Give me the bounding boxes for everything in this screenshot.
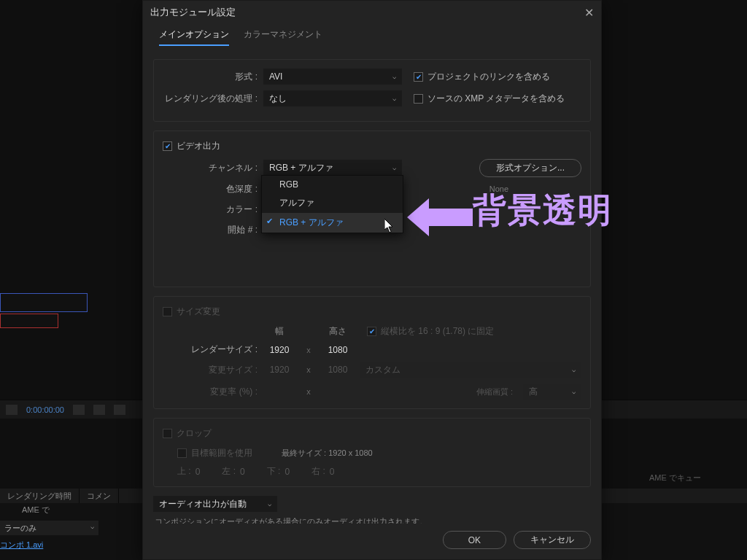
dialog-footer: OK キャンセル: [143, 524, 601, 559]
chevron-down-icon: ⌵: [572, 366, 576, 373]
dialog-title: 出力モジュール設定: [150, 6, 236, 19]
audio-output-select[interactable]: オーディオ出力が自動 ⌵: [153, 496, 277, 512]
ok-button[interactable]: OK: [443, 531, 506, 549]
bg-red-box: [0, 314, 58, 328]
video-output-label: ビデオ出力: [177, 140, 220, 152]
resize-preset-select[interactable]: カスタム ⌵: [360, 362, 581, 378]
col-comment: コメン: [80, 489, 119, 503]
height-header: 高さ: [316, 325, 360, 338]
resize-checkbox[interactable]: サイズ変更: [163, 306, 220, 318]
dropdown-item-rgb-alpha-label: RGB + アルファ: [279, 217, 344, 228]
postprocess-select[interactable]: なし ⌵: [263, 90, 402, 106]
chevron-down-icon: ⌵: [572, 388, 576, 395]
render-size-label: レンダーサイズ :: [163, 343, 258, 356]
dropdown-item-alpha[interactable]: アルファ: [262, 193, 403, 213]
change-size-label: 変更サイズ :: [163, 364, 258, 376]
bg-ame-cue: AME でキュー: [649, 472, 701, 483]
video-format-options-button[interactable]: 形式オプション...: [479, 159, 581, 177]
stretch-quality-value: 高: [529, 386, 538, 398]
change-pct-label: 変更率 (%) :: [163, 386, 258, 398]
postprocess-label: レンダリング後の処理 :: [163, 93, 258, 105]
bg-errors-dropdown[interactable]: ラーのみ ⌵: [0, 521, 98, 535]
channel-select[interactable]: RGB + アルファ ⌵: [263, 160, 402, 176]
include-xmp-checkbox[interactable]: ソースの XMP メタデータを含める: [414, 93, 565, 105]
crop-bottom-value[interactable]: 0: [285, 467, 290, 477]
start-number-label: 開始 # :: [163, 224, 258, 236]
use-roi-label: 目標範囲を使用: [191, 447, 252, 459]
depth-label: 色深度 :: [163, 183, 258, 195]
resize-label: サイズ変更: [177, 306, 220, 318]
change-width: 1920: [258, 365, 301, 375]
format-section: 形式 : AVI ⌵ ✔ プロジェクトのリンクを含める レンダリング後の処理 :…: [153, 59, 591, 122]
close-icon[interactable]: ✕: [584, 6, 594, 20]
audio-note: コンポジションにオーディオがある場合にのみオーディオは出力されます。: [155, 516, 591, 524]
palette-icon: [114, 405, 125, 415]
use-roi-checkbox[interactable]: 目標範囲を使用: [177, 447, 252, 459]
tab-bar: メインオプション カラーマネジメント: [143, 24, 601, 46]
row-ame: AME で: [15, 503, 57, 518]
render-width: 1920: [258, 345, 301, 355]
format-select[interactable]: AVI ⌵: [263, 69, 402, 85]
trash-icon: [93, 405, 105, 415]
chevron-down-icon: ⌵: [90, 523, 94, 533]
stopwatch-icon: [6, 405, 18, 415]
cursor-icon: [384, 219, 395, 233]
postprocess-value: なし: [269, 93, 287, 105]
bg-errors-label: ラーのみ: [4, 523, 36, 533]
x-separator: x: [301, 365, 316, 374]
bg-output-link[interactable]: コンポ 1.avi: [0, 540, 43, 551]
include-link-label: プロジェクトのリンクを含める: [427, 71, 550, 83]
crop-bottom-label: 下 :: [267, 465, 281, 478]
resize-preset-value: カスタム: [365, 364, 400, 376]
stretch-quality-select[interactable]: 高 ⌵: [523, 384, 581, 400]
crop-right-label: 右 :: [311, 465, 325, 478]
color-label: カラー :: [163, 203, 258, 216]
crop-left-label: 左 :: [222, 465, 236, 478]
stretch-quality-label: 伸縮画質 :: [476, 386, 513, 397]
crop-section: クロップ 目標範囲を使用 最終サイズ : 1920 x 1080 上 :0 左 …: [153, 418, 591, 487]
lock-ratio-label: 縦横比を 16 : 9 (1.78) に固定: [381, 325, 494, 338]
tab-main-options[interactable]: メインオプション: [159, 28, 229, 46]
include-project-link-checkbox[interactable]: ✔ プロジェクトのリンクを含める: [414, 71, 550, 83]
channel-dropdown-menu: RGB アルファ ✔ RGB + アルファ: [261, 175, 403, 233]
camera-icon: [73, 405, 85, 415]
crop-top-label: 上 :: [177, 465, 191, 478]
format-value: AVI: [269, 71, 282, 82]
dropdown-item-rgb-alpha[interactable]: ✔ RGB + アルファ: [262, 213, 403, 233]
format-label: 形式 :: [163, 71, 258, 83]
crop-label: クロップ: [177, 427, 212, 440]
video-output-checkbox[interactable]: ✔ ビデオ出力: [163, 140, 220, 152]
chevron-down-icon: ⌵: [392, 73, 396, 80]
crop-top-value[interactable]: 0: [196, 467, 201, 477]
timecode: 0:00:00:00: [26, 405, 64, 414]
change-height: 1080: [316, 365, 360, 375]
audio-output-value: オーディオ出力が自動: [159, 498, 247, 510]
col-render-time: レンダリング時間: [0, 489, 80, 503]
crop-left-value[interactable]: 0: [240, 467, 245, 477]
cancel-button[interactable]: キャンセル: [514, 531, 591, 549]
lock-ratio-checkbox[interactable]: ✔ 縦横比を 16 : 9 (1.78) に固定: [367, 325, 581, 338]
include-xmp-label: ソースの XMP メタデータを含める: [427, 93, 565, 105]
bg-blue-box: [0, 293, 88, 312]
channel-label: チャンネル :: [163, 162, 258, 174]
tab-color-management[interactable]: カラーマネジメント: [244, 28, 322, 46]
chevron-down-icon: ⌵: [392, 164, 396, 171]
channel-value: RGB + アルファ: [269, 162, 333, 174]
check-icon: ✔: [266, 217, 273, 226]
x-separator: x: [301, 346, 316, 354]
chevron-down-icon: ⌵: [268, 500, 271, 508]
output-module-settings-dialog: 出力モジュール設定 ✕ メインオプション カラーマネジメント 形式 : AVI …: [142, 0, 602, 560]
dropdown-item-rgb[interactable]: RGB: [262, 176, 403, 193]
crop-right-value[interactable]: 0: [330, 467, 335, 477]
x-separator: x: [301, 387, 316, 396]
annotation-arrow-icon: [407, 195, 473, 239]
resize-section: サイズ変更 幅 高さ ✔ 縦横比を 16 : 9 (1.78) に固定 レンダー…: [153, 296, 591, 409]
chevron-down-icon: ⌵: [392, 95, 396, 102]
width-header: 幅: [258, 325, 301, 338]
title-bar: 出力モジュール設定 ✕: [143, 1, 601, 24]
crop-checkbox[interactable]: クロップ: [163, 427, 212, 440]
final-size-text: 最終サイズ : 1920 x 1080: [282, 448, 373, 459]
annotation-text: 背景透明: [473, 188, 613, 233]
render-height: 1080: [316, 345, 360, 355]
